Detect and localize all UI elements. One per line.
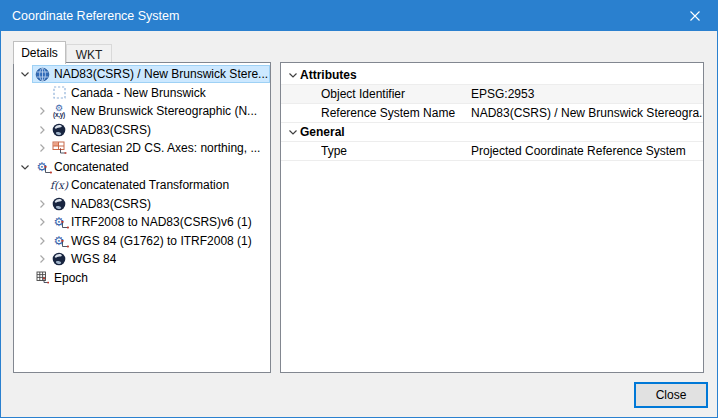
projection-icon: ⚙ (x,y) — [50, 103, 68, 119]
tree-item-target-crs[interactable]: WGS 84 — [14, 250, 270, 269]
tree-item-label: NAD83(CSRS) / New Brunswick Stere... — [51, 67, 268, 81]
chevron-right-icon[interactable] — [35, 142, 49, 154]
globe-dark-icon — [50, 122, 68, 138]
crs-tree: NAD83(CSRS) / New Brunswick Stere... Can… — [14, 63, 270, 287]
tab-details-label: Details — [21, 46, 58, 60]
property-value: Projected Coordinate Reference System — [471, 144, 703, 158]
tree-item-label: Epoch — [51, 271, 88, 285]
tree-item-concatenated-transformation[interactable]: f(x) Concatenated Transformation — [14, 176, 270, 195]
tree-item-base-crs[interactable]: NAD83(CSRS) — [14, 121, 270, 140]
globe-dark-icon — [50, 251, 68, 267]
operation-gear-icon: ⚙ — [50, 214, 68, 230]
chevron-right-icon[interactable] — [35, 253, 49, 265]
tree-item-label: ITRF2008 to NAD83(CSRS)v6 (1) — [68, 215, 252, 229]
property-row-reference-system-name[interactable]: Reference System Name NAD83(CSRS) / New … — [281, 104, 703, 123]
tab-wkt-label: WKT — [76, 48, 103, 62]
tab-wkt[interactable]: WKT — [66, 44, 112, 64]
property-value: NAD83(CSRS) / New Brunswick Stereogra... — [471, 106, 703, 120]
tree-item-label: WGS 84 (G1762) to ITRF2008 (1) — [68, 234, 252, 248]
property-group-label: Attributes — [300, 68, 357, 82]
tree-item-transformation-2[interactable]: ⚙ WGS 84 (G1762) to ITRF2008 (1) — [14, 232, 270, 251]
property-row-object-identifier[interactable]: Object Identifier EPSG:2953 — [281, 85, 703, 104]
property-group-label: General — [300, 125, 345, 139]
tree-item-label: WGS 84 — [68, 252, 116, 266]
extent-icon — [50, 85, 68, 101]
property-group-attributes[interactable]: Attributes — [281, 66, 703, 85]
crs-tree-panel: NAD83(CSRS) / New Brunswick Stere... Can… — [13, 62, 271, 373]
chevron-right-icon[interactable] — [35, 198, 49, 210]
tree-item-label: NAD83(CSRS) — [68, 197, 151, 211]
tree-item-label: NAD83(CSRS) — [68, 123, 151, 137]
chevron-none — [18, 272, 32, 284]
chevron-none — [35, 179, 49, 191]
tree-item-source-crs[interactable]: NAD83(CSRS) — [14, 195, 270, 214]
tree-item-concatenated[interactable]: ⚙ Concatenated — [14, 158, 270, 177]
property-name: Object Identifier — [321, 87, 471, 101]
function-icon: f(x) — [50, 177, 68, 193]
tree-item-extent[interactable]: Canada - New Brunswick — [14, 84, 270, 103]
chevron-down-icon[interactable] — [18, 161, 32, 173]
chevron-down-icon[interactable] — [18, 68, 32, 80]
chevron-right-icon[interactable] — [35, 235, 49, 247]
chevron-none — [35, 87, 49, 99]
tree-item-label: Concatenated — [51, 160, 129, 174]
dialog-title: Coordinate Reference System — [1, 9, 179, 23]
chevron-down-icon[interactable] — [286, 70, 300, 80]
chevron-right-icon[interactable] — [35, 105, 49, 117]
crs-dialog: Coordinate Reference System Details WKT — [0, 0, 718, 418]
tree-item-conversion[interactable]: ⚙ (x,y) New Brunswick Stereographic (N..… — [14, 102, 270, 121]
tab-details[interactable]: Details — [13, 41, 66, 64]
tree-item-transformation-1[interactable]: ⚙ ITRF2008 to NAD83(CSRS)v6 (1) — [14, 213, 270, 232]
tree-item-label: Cartesian 2D CS. Axes: northing, ... — [68, 141, 260, 155]
property-group-general[interactable]: General — [281, 123, 703, 142]
property-value: EPSG:2953 — [471, 87, 703, 101]
chevron-down-icon[interactable] — [286, 127, 300, 137]
tree-item-label: New Brunswick Stereographic (N... — [68, 104, 257, 118]
tree-item-label: Canada - New Brunswick — [68, 86, 206, 100]
chevron-right-icon[interactable] — [35, 124, 49, 136]
epoch-icon — [33, 270, 51, 286]
operation-gear-icon: ⚙ — [50, 233, 68, 249]
close-button-label: Close — [656, 388, 687, 402]
titlebar: Coordinate Reference System — [1, 1, 717, 31]
property-name: Type — [321, 144, 471, 158]
close-icon[interactable] — [672, 1, 717, 31]
property-row-type[interactable]: Type Projected Coordinate Reference Syst… — [281, 142, 703, 161]
globe-dark-icon — [50, 196, 68, 212]
cartesian-cs-icon — [50, 140, 68, 156]
operation-gear-icon: ⚙ — [33, 159, 51, 175]
property-name: Reference System Name — [321, 106, 471, 120]
close-button[interactable]: Close — [634, 382, 708, 408]
tree-item-crs-root[interactable]: NAD83(CSRS) / New Brunswick Stere... — [14, 65, 270, 84]
crs-properties-panel: Attributes Object Identifier EPSG:2953 R… — [280, 62, 704, 373]
chevron-right-icon[interactable] — [35, 216, 49, 228]
globe-grid-icon — [33, 66, 51, 82]
tree-item-epoch[interactable]: Epoch — [14, 269, 270, 288]
tree-item-coordinate-system[interactable]: Cartesian 2D CS. Axes: northing, ... — [14, 139, 270, 158]
tree-item-label: Concatenated Transformation — [68, 178, 229, 192]
